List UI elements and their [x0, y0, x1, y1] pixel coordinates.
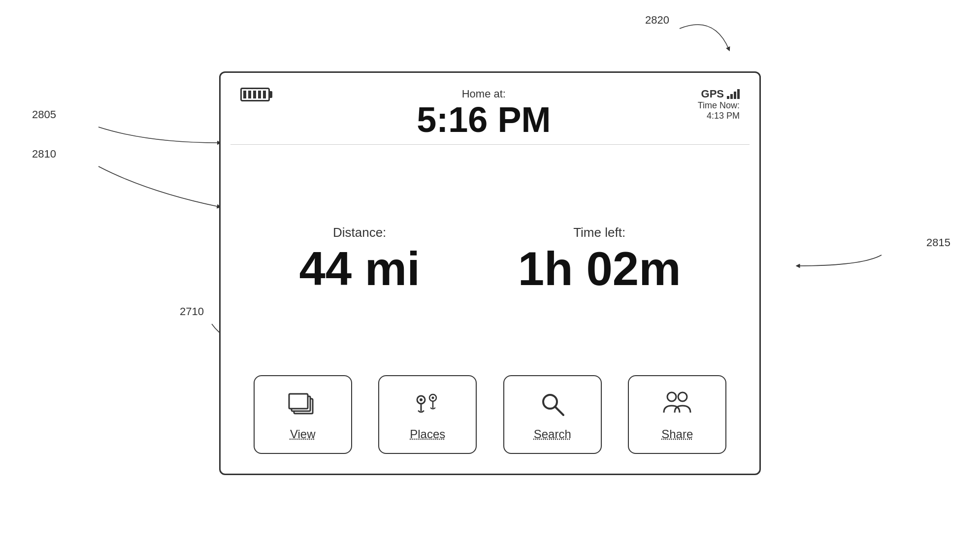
svg-point-9	[667, 392, 676, 401]
svg-point-6	[432, 396, 434, 399]
svg-point-10	[678, 392, 687, 401]
home-time-value: 5:16 PM	[417, 100, 551, 139]
view-button[interactable]: View	[254, 375, 352, 454]
time-now-value: 4:13 PM	[698, 111, 740, 121]
page-container: 2820 2805 2810 2815 2710 2712 2714 2716 …	[0, 0, 980, 546]
search-icon	[535, 388, 570, 422]
annotation-2810: 2810	[32, 148, 56, 161]
search-label: Search	[534, 427, 571, 441]
signal-icon	[727, 89, 740, 99]
bottom-buttons: View Places	[230, 368, 750, 464]
search-button[interactable]: Search	[503, 375, 602, 454]
annotation-2820: 2820	[645, 14, 669, 27]
places-icon	[410, 388, 445, 422]
device-screen: Home at: 5:16 PM GPS Time Now: 4:13 PM	[219, 71, 761, 475]
annotation-2815: 2815	[926, 236, 950, 249]
svg-line-8	[555, 407, 563, 415]
share-label: Share	[661, 427, 693, 441]
places-label: Places	[410, 427, 445, 441]
view-label: View	[290, 427, 316, 441]
places-button[interactable]: Places	[378, 375, 477, 454]
home-label: Home at:	[417, 88, 551, 100]
status-bar: Home at: 5:16 PM GPS Time Now: 4:13 PM	[230, 83, 750, 145]
home-time-section: Home at: 5:16 PM	[417, 88, 551, 139]
main-info: Distance: 44 mi Time left: 1h 02m	[230, 150, 750, 368]
distance-block: Distance: 44 mi	[299, 225, 420, 292]
annotation-2805: 2805	[32, 108, 56, 121]
annotation-2710: 2710	[180, 305, 204, 318]
view-icon	[286, 388, 320, 422]
distance-label: Distance:	[299, 225, 420, 240]
svg-rect-2	[289, 394, 308, 409]
time-left-value: 1h 02m	[518, 245, 681, 292]
battery-icon	[240, 88, 270, 101]
share-button[interactable]: Share	[628, 375, 726, 454]
time-left-block: Time left: 1h 02m	[518, 225, 681, 292]
battery-indicator	[240, 88, 270, 103]
gps-label: GPS	[698, 88, 740, 100]
time-left-label: Time left:	[518, 225, 681, 240]
gps-section: GPS Time Now: 4:13 PM	[698, 88, 740, 121]
time-now-label: Time Now:	[698, 100, 740, 111]
share-icon	[660, 388, 694, 422]
svg-point-4	[420, 398, 423, 401]
distance-value: 44 mi	[299, 245, 420, 292]
